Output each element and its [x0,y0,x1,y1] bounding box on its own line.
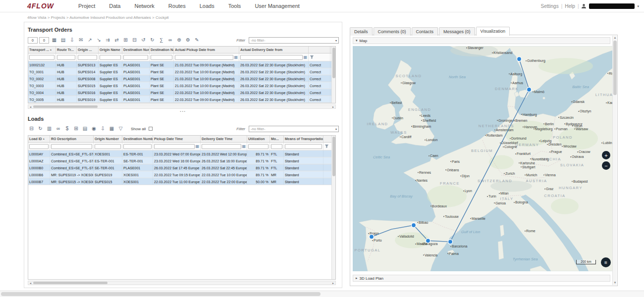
tab-messages-0-[interactable]: Messages (0) [439,27,475,36]
username-redacted[interactable] [589,3,635,9]
load-col-header-1[interactable]: RO Description [50,136,94,142]
location-marker-gothenburg[interactable] [517,57,521,61]
map-section-header[interactable]: ▾ Map [353,37,610,44]
page-hscrollbar[interactable] [0,291,644,297]
calendar-icon[interactable]: ▦ [303,55,307,59]
settings-link[interactable]: Settings [541,3,559,9]
scroll-left-arrow[interactable]: ◂ [28,281,33,285]
transport-order-filter-input-6[interactable] [175,55,233,60]
menu-data[interactable]: Data [102,3,127,9]
load-row-0[interactable]: L0000AYCombined_ES>SE_FTL-STDXOES001ES-T… [28,150,331,157]
transport-orders-hscrollbar[interactable]: ◂ ▸ [28,104,336,109]
load-filter-input-0[interactable] [29,144,49,149]
load-col-header-5[interactable]: Delivery Date Time [201,136,247,142]
order-count-stepper-0[interactable]: 0 [28,37,38,44]
load-filter-input-6[interactable] [248,144,268,149]
scrollbar-thumb[interactable] [332,137,335,176]
transport-order-col-header-1[interactable]: Route Tr... [56,47,77,53]
transport-order-row-5[interactable]: TO_0005HUBSUPES019Supplier ESPLASE001Pla… [28,96,331,103]
details-icon[interactable]: ▤ [81,125,89,133]
export-icon[interactable]: ⇩ [68,37,76,44]
show-all-checkbox[interactable] [149,127,153,131]
view-icon[interactable]: ◉ [90,125,98,133]
calendar-icon[interactable]: ▦ [195,145,199,148]
location-marker-malm-[interactable] [527,87,531,92]
transport-order-col-header-4[interactable]: Destination Number [122,47,150,53]
tab-comments-0-[interactable]: Comments (0) [374,27,411,36]
load-filter-input-4[interactable] [154,144,195,149]
transport-order-filter-input-5[interactable] [151,55,172,60]
filter-funnel-icon[interactable] [310,55,314,59]
transport-order-col-header-6[interactable]: Actual Pickup Date from [174,47,239,53]
location-marker-barcelona[interactable] [448,240,452,244]
split-icon[interactable]: ⊟ [131,37,138,44]
swap-icon[interactable]: ⇄ [113,37,120,44]
transport-order-col-header-7[interactable]: Actual Delivery Date from [239,47,309,53]
menu-user-management[interactable]: User Management [248,3,307,9]
load-col-header-4[interactable]: Pickup Date Time [153,136,201,142]
tab-details[interactable]: Details [350,27,373,36]
transport-order-col-header-0[interactable]: Transport ...▲ [28,47,56,53]
load-filter-input-2[interactable] [95,144,121,149]
tab-visualization[interactable]: Visualization [476,27,510,36]
load-row-1[interactable]: L0000AZCombined_ES>SE_FTL-STDES-TER-001S… [28,157,331,164]
loads-hscrollbar[interactable]: ◂ ▸ [28,281,336,285]
open-load-icon[interactable]: ▥ [46,125,53,133]
transport-order-row-2[interactable]: TO_0002HUBSUPES008Supplier ESPLASE001Pla… [28,75,331,82]
zoom-out-button[interactable]: − [602,161,610,170]
filter-dropdown[interactable]: -no filter-▾ [249,126,339,132]
scrollbar-thumb[interactable] [332,48,335,78]
transport-order-row-1[interactable]: TO_0001HUBSUPES014Supplier ESPLASE001Pla… [28,68,331,75]
details-view-icon[interactable]: ▤ [59,37,67,44]
settings-icon[interactable]: ⚙ [184,37,192,44]
transport-orders-vscrollbar[interactable] [331,47,335,103]
costs-icon[interactable]: $ [63,125,71,133]
europe-map[interactable]: North SeaBaltic SeaBay of BiscayCeltic S… [353,46,614,271]
load-filter-input-3[interactable] [123,144,152,149]
load-row-4[interactable]: L0000B7MR: SUPES015 -> XOES001 ...SUPES0… [28,178,331,185]
transport-order-filter-input-2[interactable] [78,55,97,60]
scroll-left-arrow[interactable]: ◂ [28,105,33,108]
transport-order-filter-input-1[interactable] [57,55,75,60]
help-link[interactable]: Help [565,3,575,9]
recalculate-icon[interactable]: ↻ [37,125,44,133]
redo-icon[interactable]: ↻ [149,37,156,44]
globe-icon[interactable]: ⊕ [175,37,183,44]
calendar-icon[interactable]: ▦ [242,145,246,148]
edit-icon[interactable]: ✎ [193,37,201,44]
load-filter-input-7[interactable] [271,144,282,149]
transport-order-filter-input-4[interactable] [123,55,148,60]
filter-funnel-icon[interactable] [324,144,329,148]
create-order-icon[interactable]: ↗ [86,37,94,44]
transport-order-col-header-8[interactable] [309,47,330,53]
remove-order-icon[interactable]: ↘ [95,37,103,44]
load-row-3[interactable]: L0000B6MR: SUPES019 -> XOES001 ...SUPES0… [28,171,331,178]
email-icon[interactable]: ✉ [77,37,85,44]
chevron-down-icon[interactable]: ▾ [637,4,639,8]
location-marker-bilbao[interactable] [411,223,416,227]
scrollbar-thumb[interactable] [1,292,321,296]
menu-tools[interactable]: Tools [221,3,248,9]
link-icon[interactable]: ∞ [166,37,174,44]
transport-order-col-header-2[interactable]: Origin ... [77,47,99,53]
breadcrumb[interactable]: 4flow Vista > Projects > Automotive Inbo… [27,15,169,20]
link-icon[interactable]: ∞ [54,125,62,133]
calendar-icon[interactable]: ▦ [234,55,238,59]
load-filter-input-5[interactable] [202,144,241,149]
menu-project[interactable]: Project [71,3,102,9]
transport-order-col-header-3[interactable]: Origin Name [99,47,122,53]
transport-order-filter-input-3[interactable] [100,55,121,60]
transport-order-row-3[interactable]: TO_0003HUBSUPES015Supplier ESPLASE001Pla… [28,82,331,89]
transport-order-row-4[interactable]: TO_0004HUBSUPES016Supplier ESPLASE001Pla… [28,89,331,96]
load-col-header-9[interactable] [323,136,331,142]
export-icon[interactable]: ⇩ [99,125,107,133]
load-col-header-3[interactable]: Destination Number [122,136,153,142]
calculate-icon[interactable]: ∑ [158,37,165,44]
location-marker-zaragoza[interactable] [426,239,430,243]
tab-contacts[interactable]: Contacts [412,27,438,36]
transport-order-col-header-5[interactable]: Destination Na... [150,47,174,53]
filter-funnel-icon[interactable]: ▽ [117,125,124,133]
map-container[interactable]: North SeaBaltic SeaBay of BiscayCeltic S… [353,46,614,271]
scrollbar-thumb[interactable] [33,282,107,284]
order-count-stepper-1[interactable]: 0 [39,37,49,44]
